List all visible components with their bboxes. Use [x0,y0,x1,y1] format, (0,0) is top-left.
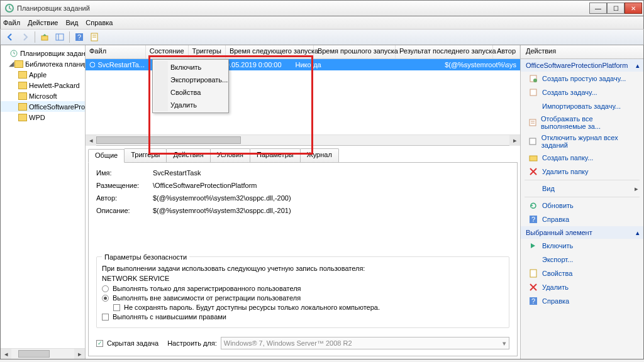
panes-button[interactable] [53,30,67,44]
forward-button[interactable] [18,30,32,44]
task-icon [528,87,538,97]
svg-rect-13 [530,89,536,96]
cell-author: $(@%systemroot%\sys [441,61,520,69]
menu-help[interactable]: Справка [86,19,113,26]
value-author: $(@%systemroot%\system32\osppc.dll,-200) [153,194,291,202]
list-icon [528,118,537,128]
action-help-2[interactable]: ?Справка [521,294,643,308]
action-view[interactable]: Вид▸ [521,182,643,195]
action-label: Удалить папку [542,168,589,175]
task-list: Файл Состояние Триггеры Время следующего… [86,45,520,146]
tree-item-microsoft[interactable]: Microsoft [1,90,85,101]
tree-item-apple[interactable]: Apple [1,69,85,80]
action-showall[interactable]: Отображать все выполняемые за... [521,113,643,132]
list-body[interactable]: SvcRestartTa... 09.05.2019 0:00:00 Никог… [86,59,520,134]
menu-action[interactable]: Действие [28,19,58,26]
scroll-right-icon[interactable]: ▸ [74,349,85,359]
titlebar: Планировщик заданий — ☐ ✕ [0,0,644,16]
check-highest[interactable]: Выполнять с наивысшими правами [102,313,504,321]
action-label: Создать папку... [542,154,593,162]
up-button[interactable] [38,30,52,44]
enable-icon [528,241,538,251]
action-import[interactable]: Импортировать задачу... [521,99,643,113]
actions-header: Действия [521,45,643,59]
tab-body-general: Имя:SvcRestartTask Размещение:\OfficeSof… [88,162,518,356]
tab-triggers[interactable]: Триггеры [124,148,167,162]
action-label: Отображать все выполняемые за... [541,115,638,130]
action-export[interactable]: Экспорт... [521,253,643,266]
action-help[interactable]: ?Справка [521,212,643,226]
configure-combo[interactable]: Windows® 7, Windows Server™ 2008 R2▾ [221,337,509,349]
help-button[interactable]: ? [72,30,86,44]
radio-loggedon[interactable]: Выполнять только для зарегистрированного… [102,285,504,292]
action-disable-log[interactable]: Отключить журнал всех заданий [521,132,643,151]
close-button[interactable]: ✕ [625,3,642,14]
action-delfolder[interactable]: Удалить папку [521,165,643,178]
col-author[interactable]: Автор [493,45,520,58]
folder-icon [18,103,27,111]
scroll-left-icon[interactable]: ◂ [86,135,96,146]
col-state[interactable]: Состояние [146,45,189,58]
folder-icon [18,82,27,89]
menu-view[interactable]: Вид [65,19,78,26]
action-refresh[interactable]: Обновить [521,199,643,212]
maximize-button[interactable]: ☐ [607,3,625,14]
separator [525,197,640,197]
col-lastresult[interactable]: Результат последнего запуска [396,45,493,58]
back-button[interactable] [3,30,17,44]
tab-general[interactable]: Общие [88,149,125,163]
radio-whether[interactable]: Выполнять вне зависимости от регистрации… [102,294,504,302]
security-account: NETWORK SERVICE [102,275,504,282]
chevron-down-icon[interactable]: ◢ [8,60,14,68]
tree-item-wpd[interactable]: WPD [1,112,85,123]
scroll-right-icon[interactable]: ▸ [509,135,520,146]
props-button[interactable] [87,30,101,44]
col-nextrun[interactable]: Время следующего запуска [226,45,314,58]
action-label: Удалить [542,283,569,291]
radio-label: Выполнять только для зарегистрированного… [113,285,301,292]
check-hidden[interactable]: ✓Скрытая задача [96,339,158,347]
tree-item-ospp[interactable]: OfficeSoftwareProtecti [1,101,85,112]
action-delete[interactable]: Удалить [521,280,643,294]
tree-item-hp[interactable]: Hewlett-Packard [1,80,85,90]
action-label: Справка [542,297,569,305]
action-label: Включить [542,242,573,250]
tree-root[interactable]: Планировщик заданий (Лок [1,48,85,58]
checkbox-icon: ✓ [96,340,103,347]
tab-log[interactable]: Журнал [300,148,339,162]
col-file[interactable]: Файл [86,45,146,58]
actions-section-selected[interactable]: Выбранный элемент▴ [521,226,643,239]
task-row[interactable]: SvcRestartTa... 09.05.2019 0:00:00 Никог… [86,59,520,70]
tab-conditions[interactable]: Условия [210,148,250,162]
menubar: Файл Действие Вид Справка [0,16,644,29]
col-lastrun[interactable]: Время прошлого запуска [314,45,396,58]
folder-icon [18,92,27,100]
log-icon [528,136,538,146]
label-location: Размещение: [96,182,153,189]
tab-actions[interactable]: Действия [166,148,210,162]
svg-rect-14 [530,119,536,126]
actions-section-folder[interactable]: OfficeSoftwareProtectionPlatform▴ [521,59,643,72]
chevron-right-icon: ▸ [635,185,638,193]
app-icon [4,3,14,13]
col-triggers[interactable]: Триггеры [189,45,226,58]
action-enable[interactable]: Включить [521,239,643,253]
menu-file[interactable]: Файл [3,19,20,26]
svg-text:?: ? [531,297,535,305]
action-props[interactable]: Свойства [521,266,643,280]
tab-params[interactable]: Параметры [250,148,301,162]
tree-library[interactable]: ◢ Библиотека планировщ [1,58,85,69]
list-hscrollbar[interactable]: ◂ ▸ [86,134,520,145]
tree-item-label: Apple [29,71,47,79]
scroll-left-icon[interactable]: ◂ [1,349,11,359]
action-create-basic[interactable]: Создать простую задачу... [521,72,643,85]
minimize-button[interactable]: — [589,3,607,14]
check-nopassword[interactable]: Не сохранять пароль. Будут доступны ресу… [113,304,504,311]
action-create[interactable]: Создать задачу... [521,85,643,99]
scroll-thumb[interactable] [18,350,50,358]
task-icon [528,74,538,84]
tree-hscrollbar[interactable]: ◂ ▸ [1,348,85,359]
action-newfolder[interactable]: Создать папку... [521,151,643,165]
scroll-thumb[interactable] [96,136,241,144]
security-group: Параметры безопасности При выполнении за… [96,256,509,328]
